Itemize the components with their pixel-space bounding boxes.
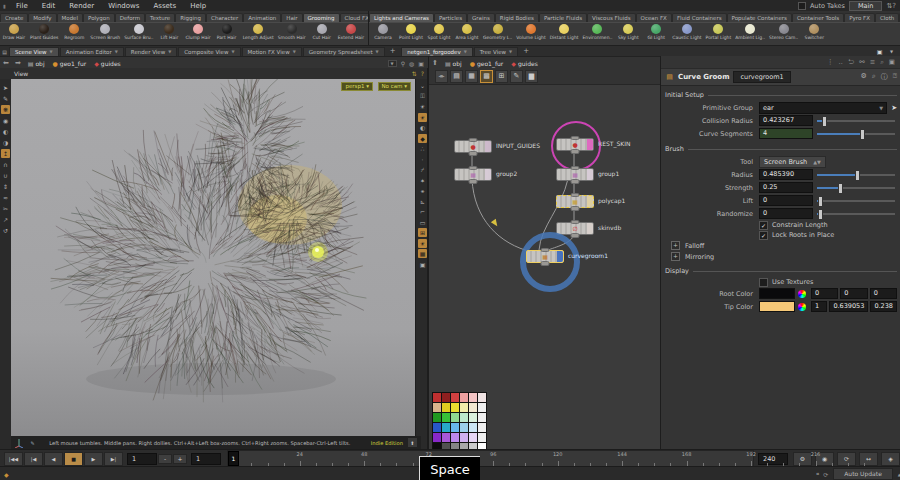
org-view-icon[interactable]: ⌯ [435, 70, 448, 83]
shelf-tool-stereo-cam[interactable]: Stereo Cam.. [767, 23, 800, 46]
help-icon[interactable]: ⍰ [893, 72, 897, 82]
node-output-connector[interactable] [469, 179, 478, 184]
material-icon[interactable]: ◆ [418, 134, 427, 143]
shelf-tab-fluid-containers[interactable]: Fluid Containers [672, 13, 727, 22]
menu-help[interactable]: Help [183, 2, 213, 10]
dots-icon[interactable]: ‥ [838, 58, 842, 66]
randomize-slider[interactable] [817, 209, 897, 218]
search-clear-icon[interactable]: ⌕ [872, 72, 876, 82]
shelf-tab-texture[interactable]: Texture [145, 13, 175, 22]
shelf-tool-cut-hair[interactable]: Cut Hair [308, 23, 336, 46]
path-item-guides[interactable]: ◆guides [507, 60, 542, 67]
refresh-icon[interactable]: ⟳ [823, 471, 828, 478]
node-input-connector[interactable] [571, 166, 580, 171]
root-color-swatch[interactable] [759, 288, 795, 299]
shelf-tab-rigging[interactable]: Rigging [175, 13, 206, 22]
pane-layout-icon[interactable]: ▣ [875, 47, 884, 56]
shelf-tool-spot-light[interactable]: Spot Light [425, 23, 453, 46]
slider-handle[interactable] [838, 183, 843, 194]
lift-field[interactable]: 0 [759, 195, 813, 206]
palette-swatch-1-2[interactable] [451, 403, 459, 412]
shelf-tool-sky-light[interactable]: Sky Light [614, 23, 642, 46]
root-color-component-1[interactable]: 0 [840, 288, 867, 299]
menu-windows[interactable]: Windows [101, 2, 146, 10]
shelf-tool-environmen[interactable]: Environmen.. [581, 23, 615, 46]
node-display-flag[interactable] [587, 139, 593, 150]
node-output-connector[interactable] [541, 261, 550, 266]
node-input-guides[interactable]: ● [454, 140, 492, 153]
shelf-tab-container-tools[interactable]: Container Tools [792, 13, 844, 22]
shelf-tool-caustic-light[interactable]: Caustic Light [670, 23, 703, 46]
path-item-guides[interactable]: ◆guides [90, 60, 125, 67]
tip-color-component-1[interactable]: 0.639053 [829, 301, 868, 312]
path-item-obj[interactable]: ▤obj [441, 60, 466, 67]
gear-icon[interactable]: ⚙ [861, 72, 867, 82]
palette-swatch-2-3[interactable] [460, 413, 468, 422]
jump-icon[interactable]: ⮌ [848, 58, 855, 66]
grid-view-icon[interactable]: ▦ [465, 70, 478, 83]
shelf-tool-camera[interactable]: Camera [369, 23, 397, 46]
shelf-tab-lights-and-cameras[interactable]: Lights and Cameras [369, 13, 434, 22]
length-adjust-icon[interactable]: ⇕ [1, 182, 10, 191]
search-icon[interactable]: ⌕ [880, 58, 884, 66]
palette-swatch-1-4[interactable] [469, 403, 477, 412]
palette-swatch-3-3[interactable] [460, 423, 468, 432]
color-wheel-icon[interactable] [798, 290, 806, 298]
pane-tab-motion-fx-view[interactable]: Motion FX View▼ [242, 47, 302, 57]
pane-tab-render-view[interactable]: Render View▼ [125, 47, 177, 57]
tip-color-component-2[interactable]: 0.238 [870, 301, 897, 312]
extend-hair-icon[interactable]: ↗ [1, 215, 10, 224]
lift-slider[interactable] [817, 196, 897, 205]
slider-handle[interactable] [818, 196, 823, 207]
node-display-flag[interactable] [587, 223, 593, 234]
range-start-field[interactable]: 1 [191, 453, 221, 465]
timeline-ruler[interactable]: 1 24487296120144168192216 [227, 450, 754, 467]
palette-swatch-0-2[interactable] [451, 393, 459, 402]
loop-icon[interactable]: ⟳ [837, 452, 856, 466]
regroom-icon[interactable]: ◉ [1, 116, 10, 125]
chat-bubble-icon[interactable]: ❝ [816, 471, 819, 478]
menu-assets[interactable]: Assets [146, 2, 183, 10]
shelf-tab-rigid-bodies[interactable]: Rigid Bodies [495, 13, 539, 22]
menu-edit[interactable]: Edit [35, 2, 63, 10]
slider-handle[interactable] [855, 170, 860, 181]
group-icon[interactable]: ⊾ [418, 197, 427, 206]
node-rest-skin[interactable]: ● [556, 138, 594, 151]
node-display-flag[interactable] [587, 196, 593, 207]
palette-swatch-1-0[interactable] [433, 403, 441, 412]
shelf-tool-part-hair[interactable]: Part Hair [213, 23, 241, 46]
curve-segments-slider[interactable] [817, 129, 897, 138]
color-wheel-icon[interactable] [798, 303, 806, 311]
shelf-tab-polygon[interactable]: Polygon [83, 13, 115, 22]
primitive-group-field[interactable]: ear▼ [759, 102, 887, 114]
crop-icon[interactable]: ▭ [418, 218, 427, 227]
anim-options-icon[interactable]: ◈ [881, 452, 900, 466]
frame-decrement-button[interactable]: - [158, 454, 172, 464]
pane-tab-geometry-spreadsheet[interactable]: Geometry Spreadsheet▼ [303, 47, 385, 57]
mirroring-expand-button[interactable]: + [671, 252, 680, 261]
lamp-icon[interactable]: ☀ [418, 102, 427, 111]
pane-tab-netgen1-forgoodev[interactable]: netgen1_forgoodev▼ [401, 47, 473, 57]
palette-swatch-0-1[interactable] [442, 393, 450, 402]
badges-icon[interactable]: ⊞ [495, 70, 508, 83]
panel-icon[interactable]: ▣ [889, 58, 895, 66]
path-item-geo1-fur[interactable]: ●geo1_fur [466, 60, 508, 67]
node-curvegroom1[interactable]: ▦ [526, 250, 564, 263]
node-input-connector[interactable] [571, 220, 580, 225]
play-reverse-button[interactable]: ◀ [44, 452, 63, 466]
path-item-geo1-fur[interactable]: ●geo1_fur [49, 60, 91, 67]
radius-slider[interactable] [817, 170, 897, 179]
node-name-field[interactable]: curvegroom1 [733, 71, 790, 83]
pane-tab-scene-view[interactable]: Scene View▼ [9, 47, 59, 57]
smooth-hair-icon[interactable]: ≈ [1, 193, 10, 202]
screen-brush-icon[interactable]: ◐ [1, 127, 10, 136]
path-item-obj[interactable]: ▤obj [24, 60, 49, 67]
palette-swatch-3-0[interactable] [433, 423, 441, 432]
shelf-tab-create[interactable]: Create [0, 13, 28, 22]
palette-swatch-4-4[interactable] [469, 433, 477, 442]
shelf-tab-modify[interactable]: Modify [28, 13, 56, 22]
shelf-tool-surface-bru[interactable]: Surface Bru.. [122, 23, 155, 46]
shelf-tool-clump-hair[interactable]: Clump Hair [183, 23, 212, 46]
primitive-group-pick-icon[interactable]: ➤ [891, 104, 897, 112]
node-output-connector[interactable] [571, 233, 580, 238]
